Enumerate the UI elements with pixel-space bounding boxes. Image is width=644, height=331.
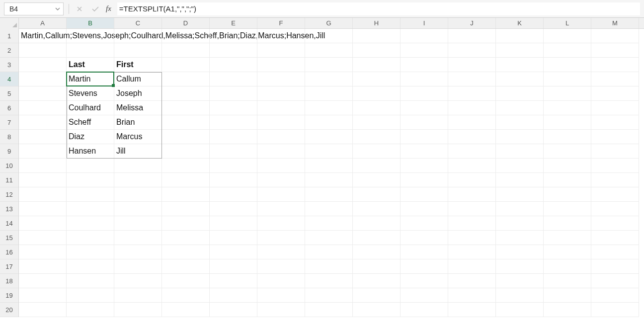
cell[interactable] [353,245,401,259]
cell[interactable] [591,159,639,173]
column-header[interactable]: L [544,18,591,28]
cell[interactable]: Jill [114,144,162,159]
cell[interactable] [448,43,496,58]
cell[interactable] [353,58,401,72]
cell[interactable] [162,58,210,72]
cell[interactable] [591,101,639,115]
cell[interactable] [496,72,544,86]
column-header[interactable]: J [448,18,496,28]
cell[interactable] [67,288,114,303]
cell[interactable] [19,144,67,159]
row-header[interactable]: 10 [0,159,18,173]
cell[interactable] [591,274,639,288]
row-header[interactable]: 11 [0,173,18,187]
row-header[interactable]: 5 [0,86,18,101]
cell[interactable] [210,159,257,173]
cell[interactable] [496,115,544,130]
row-header[interactable]: 4 [0,72,18,86]
cell[interactable] [114,43,162,58]
cell[interactable] [19,303,67,317]
column-header[interactable]: E [210,18,257,28]
cell[interactable] [401,231,448,245]
cell[interactable]: Martin,Callum;Stevens,Joseph;Coulhard,Me… [19,29,67,43]
cell[interactable] [257,274,305,288]
cell[interactable] [591,130,639,144]
cell[interactable] [448,202,496,216]
cell[interactable] [67,259,114,274]
cell[interactable] [162,245,210,259]
cell[interactable] [591,202,639,216]
cell[interactable] [591,173,639,187]
cell[interactable] [401,288,448,303]
cell[interactable] [353,231,401,245]
cell[interactable]: First [114,58,162,72]
enter-formula-button[interactable] [90,3,101,14]
cell[interactable]: Diaz [67,130,114,144]
cell[interactable] [544,231,591,245]
cell[interactable]: Hansen [67,144,114,159]
cell[interactable] [401,72,448,86]
cell[interactable]: Callum [114,72,162,86]
cell[interactable] [114,274,162,288]
cell[interactable] [114,29,162,43]
cell[interactable] [305,72,353,86]
cell[interactable] [544,29,591,43]
cell[interactable] [448,288,496,303]
cell[interactable] [353,216,401,231]
cell[interactable] [19,130,67,144]
row-header[interactable]: 6 [0,101,18,115]
cell[interactable] [257,259,305,274]
row-header[interactable]: 3 [0,58,18,72]
cell[interactable] [401,303,448,317]
cell[interactable] [353,288,401,303]
cell[interactable] [210,115,257,130]
cell[interactable] [257,58,305,72]
cell[interactable] [448,115,496,130]
cell[interactable] [544,216,591,231]
cell[interactable] [19,274,67,288]
cell[interactable] [162,274,210,288]
cell[interactable] [401,216,448,231]
cell[interactable] [591,144,639,159]
cell[interactable] [353,29,401,43]
cell[interactable] [401,130,448,144]
cell[interactable] [305,86,353,101]
cell[interactable] [257,130,305,144]
row-header[interactable]: 12 [0,187,18,202]
select-all-corner[interactable] [0,18,19,29]
cell[interactable] [305,303,353,317]
cell[interactable] [496,101,544,115]
cell[interactable] [353,173,401,187]
cell[interactable] [162,231,210,245]
cell[interactable] [210,144,257,159]
cell[interactable] [210,43,257,58]
cell[interactable] [544,159,591,173]
cell[interactable] [496,29,544,43]
cell[interactable] [353,159,401,173]
cell[interactable] [114,202,162,216]
cell[interactable] [401,58,448,72]
cell[interactable] [591,303,639,317]
cell[interactable] [305,288,353,303]
cell[interactable] [162,43,210,58]
column-header[interactable]: D [162,18,210,28]
row-header[interactable]: 16 [0,245,18,259]
cell[interactable] [353,86,401,101]
cell[interactable] [67,29,114,43]
cell[interactable] [305,274,353,288]
row-header[interactable]: 1 [0,29,18,43]
cell[interactable] [210,187,257,202]
cell[interactable] [19,58,67,72]
cell[interactable] [591,216,639,231]
cell[interactable] [114,231,162,245]
cell[interactable] [305,130,353,144]
cell[interactable] [114,288,162,303]
cell[interactable] [257,303,305,317]
cell[interactable] [210,245,257,259]
column-header[interactable]: C [114,18,162,28]
cell[interactable] [496,187,544,202]
cell[interactable] [67,245,114,259]
cell[interactable] [114,303,162,317]
column-header[interactable]: B [67,18,114,28]
cell[interactable] [448,216,496,231]
